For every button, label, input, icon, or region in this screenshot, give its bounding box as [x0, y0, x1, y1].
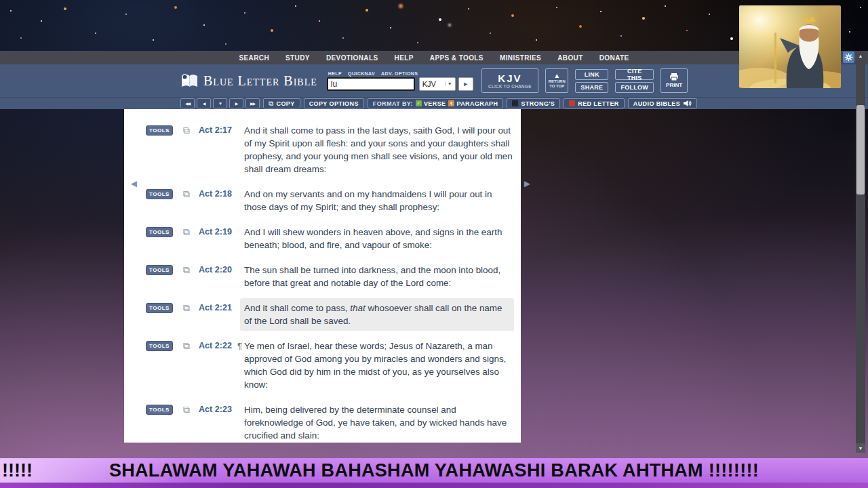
copy-cell: ⧉	[183, 264, 199, 276]
strongs-toggle-button[interactable]: STRONG'S	[507, 98, 560, 108]
nav-item-ministries[interactable]: MINISTRIES	[492, 54, 549, 62]
banner-main-text: SHALAWAM YAHAWAH BAHASHAM YAHAWASHI BARA…	[109, 458, 759, 483]
copy-verse-icon[interactable]: ⧉	[183, 264, 190, 275]
tools-button[interactable]: TOOLS	[146, 265, 173, 275]
version-select[interactable]: KJV ▼	[419, 77, 456, 91]
verse-row: TOOLS⧉Act 2:22¶Ye men of Israel, hear th…	[146, 340, 514, 391]
pilcrow-mark: ¶	[237, 340, 244, 352]
strongs-label: STRONG'S	[521, 100, 555, 107]
nav-item-devotionals[interactable]: DEVOTIONALS	[318, 54, 387, 62]
verse-row: TOOLS⧉Act 2:18And on my servants and on …	[146, 188, 514, 214]
tools-button[interactable]: TOOLS	[146, 189, 173, 199]
follow-button[interactable]: FOLLOW	[615, 82, 654, 93]
print-button[interactable]: PRINT	[660, 68, 688, 93]
settings-gear-button[interactable]	[843, 52, 854, 63]
verse-text: Him, being delivered by the determinate …	[244, 403, 514, 442]
scroll-down-arrow[interactable]: ▼	[856, 443, 865, 453]
verse-list: TOOLS⧉Act 2:17And it shall come to pass …	[146, 124, 514, 442]
prev-chapter-arrow[interactable]: ◄	[129, 178, 139, 188]
tools-button[interactable]: TOOLS	[146, 125, 173, 136]
search-input[interactable]	[327, 77, 415, 91]
mini-links: HELPQUICKNAVADV. OPTIONS	[328, 71, 473, 76]
mini-link-adv-options[interactable]: ADV. OPTIONS	[381, 71, 418, 76]
search-go-button[interactable]: ►	[458, 77, 473, 91]
verse-text: And on my servants and on my handmaidens…	[244, 188, 514, 214]
nav-item-search[interactable]: SEARCH	[231, 54, 277, 62]
verse-reference-link[interactable]: Act 2:23	[199, 403, 237, 416]
copy-icon: ⧉	[269, 100, 274, 108]
share-button[interactable]: SHARE	[575, 82, 608, 93]
format-by-label: FORMAT BY:	[373, 100, 413, 107]
version-sublabel: CLICK TO CHANGE	[488, 84, 532, 89]
verse-reference-link[interactable]: Act 2:19	[199, 226, 237, 239]
prev-chapter-button[interactable]: ◀	[197, 98, 211, 108]
mini-link-quicknav[interactable]: QUICKNAV	[348, 71, 375, 76]
tools-button[interactable]: TOOLS	[146, 227, 173, 237]
nav-item-study[interactable]: STUDY	[277, 54, 318, 62]
copy-cell: ⧉	[183, 403, 199, 415]
tools-button[interactable]: TOOLS	[146, 405, 173, 415]
next-chapter-arrow[interactable]: ►	[522, 178, 532, 188]
copy-button[interactable]: ⧉ COPY	[263, 98, 300, 108]
version-change-button[interactable]: KJV CLICK TO CHANGE	[481, 68, 538, 93]
copy-verse-icon[interactable]: ⧉	[183, 340, 190, 351]
verse-row: TOOLS⧉Act 2:21And it shall come to pass,…	[146, 302, 514, 327]
chapter-dropdown-button[interactable]: ▼	[213, 98, 227, 108]
scrollbar-thumb[interactable]	[856, 105, 865, 195]
bottom-banner: !!!!! SHALAWAM YAHAWAH BAHASHAM YAHAWASH…	[0, 458, 868, 483]
copy-options-button[interactable]: COPY OPTIONS	[304, 98, 364, 108]
copy-label: COPY	[277, 100, 295, 107]
nav-item-help[interactable]: HELP	[387, 54, 422, 62]
return-to-top-button[interactable]: ▲ RETURN TO TOP	[545, 68, 568, 93]
copy-options-label: COPY OPTIONS	[309, 100, 359, 107]
verse-text: And it shall come to pass in the last da…	[244, 124, 514, 176]
print-label: PRINT	[666, 82, 682, 88]
nav-menu: SEARCHSTUDYDEVOTIONALSHELPAPPS & TOOLSMI…	[231, 54, 637, 62]
audio-bibles-label: AUDIO BIBLES	[633, 100, 680, 107]
copy-cell: ⧉	[183, 188, 199, 200]
cite-this-button[interactable]: CITE THIS	[615, 69, 654, 80]
audio-bibles-button[interactable]: AUDIO BIBLES	[628, 98, 697, 108]
search-cluster: HELPQUICKNAVADV. OPTIONS KJV ▼ ►	[327, 71, 473, 91]
first-chapter-button[interactable]: ◀◀	[180, 98, 195, 108]
open-book-logo-icon	[180, 73, 199, 89]
copy-verse-icon[interactable]: ⧉	[183, 302, 190, 313]
format-verse-toggle[interactable]: VERSE	[416, 100, 446, 107]
verse-reference-link[interactable]: Act 2:18	[199, 188, 237, 201]
tools-button[interactable]: TOOLS	[146, 303, 173, 313]
verse-reference-link[interactable]: Act 2:17	[199, 124, 237, 137]
copy-cell: ⧉	[183, 226, 199, 238]
link-button[interactable]: LINK	[575, 69, 608, 80]
tools-button[interactable]: TOOLS	[146, 341, 173, 351]
nav-item-about[interactable]: ABOUT	[549, 54, 591, 62]
verse-format-check-icon	[416, 100, 422, 106]
nav-item-donate[interactable]: DONATE	[591, 54, 637, 62]
up-arrow-icon: ▲	[553, 73, 560, 79]
next-chapter-button[interactable]: ▶	[229, 98, 243, 108]
verse-row: TOOLS⧉Act 2:17And it shall come to pass …	[146, 124, 514, 176]
verse-reference-link[interactable]: Act 2:21	[199, 302, 237, 314]
brand-title: Blue Letter Bible	[203, 73, 317, 89]
paragraph-format-label: PARAGRAPH	[456, 100, 498, 107]
copy-verse-icon[interactable]: ⧉	[183, 226, 190, 237]
format-paragraph-toggle[interactable]: PARAGRAPH	[448, 100, 498, 107]
copy-verse-icon[interactable]: ⧉	[183, 125, 190, 136]
mini-link-help[interactable]: HELP	[328, 71, 342, 76]
red-letter-toggle-icon	[569, 100, 575, 106]
verse-reference-link[interactable]: Act 2:22	[199, 340, 237, 352]
verse-text: The sun shall be turned into darkness, a…	[244, 264, 514, 289]
copy-cell: ⧉	[183, 302, 199, 314]
strongs-toggle-icon	[512, 100, 518, 106]
last-chapter-button[interactable]: ▶▶	[245, 98, 260, 108]
blb-header: Blue Letter Bible HELPQUICKNAVADV. OPTIO…	[0, 64, 868, 97]
scroll-up-arrow[interactable]: ▲	[856, 51, 865, 60]
copy-verse-icon[interactable]: ⧉	[183, 188, 190, 199]
red-letter-toggle-button[interactable]: RED LETTER	[564, 98, 625, 108]
nav-item-apps-tools[interactable]: APPS & TOOLS	[422, 54, 492, 62]
verse-reference-link[interactable]: Act 2:20	[199, 264, 237, 277]
go-arrow-icon: ►	[462, 81, 469, 87]
blb-toolbar: ◀◀◀▼▶▶▶ ⧉ COPY COPY OPTIONS FORMAT BY: V…	[0, 97, 868, 109]
starfield-background	[0, 0, 1, 1]
blb-logo-home-link[interactable]: Blue Letter Bible	[180, 73, 317, 89]
copy-verse-icon[interactable]: ⧉	[183, 404, 190, 415]
